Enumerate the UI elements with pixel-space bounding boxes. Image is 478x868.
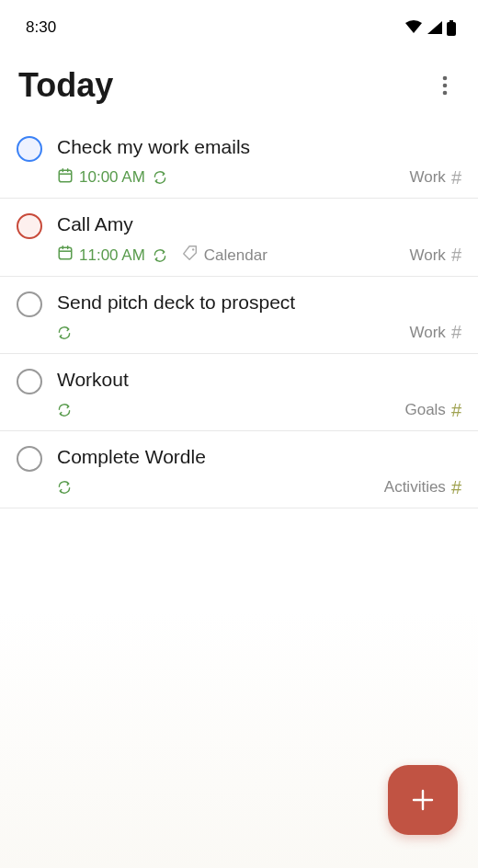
- task-meta-left: [57, 326, 72, 340]
- more-vertical-icon: [442, 75, 448, 96]
- task-title: Call Amy: [57, 211, 461, 236]
- add-task-button[interactable]: [388, 765, 458, 835]
- project-tag[interactable]: Work#: [410, 322, 461, 343]
- task-content: Send pitch deck to prospectWork#: [57, 290, 461, 344]
- hash-icon: #: [451, 477, 461, 498]
- task-title: Workout: [57, 367, 461, 392]
- task-meta: Work#: [57, 322, 461, 344]
- hash-icon: #: [451, 400, 461, 421]
- hash-icon: #: [451, 167, 461, 188]
- task-item[interactable]: Call Amy11:00 AMCalendarWork#: [0, 199, 478, 276]
- project-label: Work: [410, 168, 446, 187]
- task-meta-left: [57, 403, 72, 417]
- task-content: WorkoutGoals#: [57, 367, 461, 421]
- recurring-icon: [57, 403, 72, 417]
- svg-rect-5: [59, 170, 72, 182]
- header: Today: [0, 44, 478, 121]
- battery-icon: [447, 20, 456, 36]
- task-checkbox[interactable]: [17, 446, 42, 472]
- calendar-icon: [57, 245, 74, 266]
- task-time: 10:00 AM: [57, 167, 145, 188]
- svg-rect-1: [447, 22, 456, 36]
- task-meta-left: 10:00 AM: [57, 167, 167, 188]
- svg-point-13: [192, 248, 194, 250]
- status-icons: [404, 20, 456, 36]
- task-item[interactable]: Send pitch deck to prospectWork#: [0, 277, 478, 354]
- wifi-icon: [404, 20, 423, 35]
- task-item[interactable]: Check my work emails10:00 AMWork#: [0, 121, 478, 199]
- project-tag[interactable]: Work#: [410, 167, 461, 188]
- hash-icon: #: [451, 245, 461, 266]
- calendar-icon: [57, 167, 74, 188]
- svg-point-3: [443, 84, 448, 88]
- project-tag[interactable]: Goals#: [404, 400, 461, 421]
- task-content: Complete WordleActivities#: [57, 444, 461, 498]
- project-tag[interactable]: Activities#: [384, 477, 461, 498]
- project-label: Work: [410, 246, 446, 265]
- task-time: 11:00 AM: [57, 245, 145, 266]
- status-bar: 8:30: [0, 0, 478, 44]
- task-checkbox[interactable]: [17, 136, 42, 162]
- task-meta-left: [57, 480, 72, 495]
- task-time-text: 10:00 AM: [79, 168, 145, 187]
- more-menu-button[interactable]: [430, 71, 460, 100]
- task-list: Check my work emails10:00 AMWork#Call Am…: [0, 121, 478, 508]
- svg-rect-9: [59, 247, 72, 259]
- recurring-icon: [57, 326, 72, 340]
- project-label: Goals: [404, 401, 445, 419]
- recurring-icon: [153, 170, 167, 185]
- signal-icon: [427, 20, 443, 35]
- svg-point-4: [443, 91, 448, 96]
- task-meta: 11:00 AMCalendarWork#: [57, 245, 461, 267]
- page-title: Today: [18, 66, 113, 105]
- status-time: 8:30: [26, 18, 56, 37]
- task-checkbox[interactable]: [17, 291, 42, 317]
- tag-icon: [182, 245, 199, 266]
- task-content: Call Amy11:00 AMCalendarWork#: [57, 211, 461, 266]
- task-meta: Goals#: [57, 399, 461, 421]
- task-meta-left: 11:00 AMCalendar: [57, 245, 267, 266]
- task-time-text: 11:00 AM: [79, 246, 145, 265]
- svg-rect-0: [450, 20, 453, 22]
- project-label: Activities: [384, 478, 446, 497]
- hash-icon: #: [451, 322, 461, 343]
- project-tag[interactable]: Work#: [410, 245, 461, 266]
- calendar-tag: Calendar: [182, 245, 267, 266]
- svg-point-2: [443, 76, 448, 81]
- recurring-icon: [153, 248, 167, 263]
- recurring-icon: [57, 480, 72, 495]
- task-title: Complete Wordle: [57, 444, 461, 469]
- task-meta: 10:00 AMWork#: [57, 166, 461, 188]
- task-meta: Activities#: [57, 476, 461, 498]
- task-title: Send pitch deck to prospect: [57, 290, 461, 314]
- task-content: Check my work emails10:00 AMWork#: [57, 134, 461, 188]
- task-checkbox[interactable]: [17, 213, 42, 239]
- task-checkbox[interactable]: [17, 369, 42, 394]
- task-title: Check my work emails: [57, 134, 461, 159]
- plus-icon: [410, 787, 436, 813]
- task-item[interactable]: WorkoutGoals#: [0, 354, 478, 431]
- project-label: Work: [410, 324, 446, 342]
- calendar-label: Calendar: [204, 246, 267, 265]
- task-item[interactable]: Complete WordleActivities#: [0, 431, 478, 508]
